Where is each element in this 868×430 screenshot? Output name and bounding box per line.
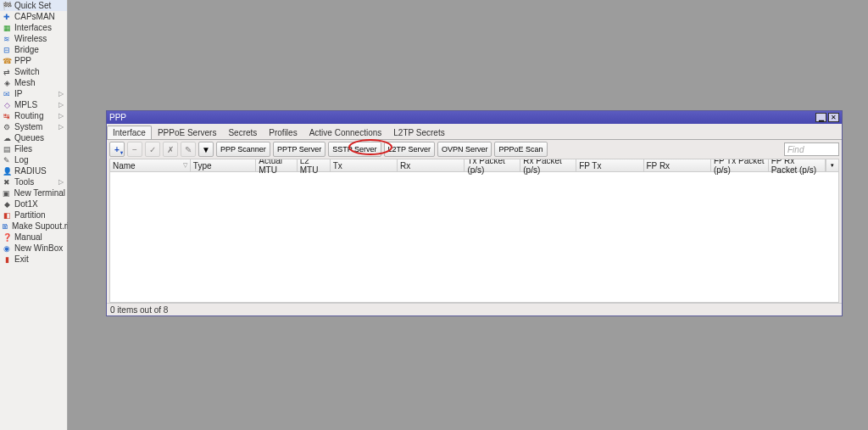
minus-icon: − (132, 145, 137, 154)
sidebar-item-switch[interactable]: ⇄Switch (0, 66, 67, 77)
sidebar-item-bridge[interactable]: ⊟Bridge (0, 44, 67, 55)
tab-pppoe-servers[interactable]: PPPoE Servers (152, 126, 222, 139)
sidebar-item-label: Tools (14, 177, 34, 187)
disable-button[interactable]: ✗ (163, 142, 178, 157)
sidebar-item-new-terminal[interactable]: ▣New Terminal (0, 187, 67, 198)
ovpn-server-button[interactable]: OVPN Server (437, 142, 492, 157)
column-actual-mtu[interactable]: Actual MTU (256, 159, 298, 171)
column-l2-mtu[interactable]: L2 MTU (298, 159, 331, 171)
sidebar-item-label: Exit (14, 254, 29, 264)
comment-button[interactable]: ✎ (181, 142, 196, 157)
ppp-scanner-button[interactable]: PPP Scanner (216, 142, 270, 157)
column-name[interactable]: Name▽ (110, 159, 191, 171)
column-fp-tx[interactable]: FP Tx (576, 159, 643, 171)
sidebar-item-interfaces[interactable]: ▦Interfaces (0, 22, 67, 33)
bridge-icon: ⊟ (2, 45, 12, 55)
files-icon: ▤ (2, 144, 12, 154)
routing-icon: ↹ (2, 111, 12, 121)
column-fp-rx[interactable]: FP Rx (644, 159, 711, 171)
column-fp-tx-packet-p-s-[interactable]: FP Tx Packet (p/s) (711, 159, 769, 171)
watermark-text: RouterOS WinBox (0, 297, 1, 379)
sidebar-item-label: Switch (14, 67, 39, 76)
plus-icon: + (114, 145, 120, 154)
sidebar-item-label: PPP (14, 56, 31, 65)
mesh-icon: ◈ (2, 78, 12, 88)
sidebar-item-system[interactable]: ⚙System▷ (0, 121, 67, 132)
dot1x-icon: ◆ (2, 199, 12, 209)
column-label: FP Rx (647, 161, 670, 170)
column-label: FP Tx (579, 161, 601, 170)
sidebar-item-mpls[interactable]: ◇MPLS▷ (0, 99, 67, 110)
sidebar-item-ppp[interactable]: ☎PPP (0, 55, 67, 66)
sidebar-item-capsman[interactable]: ✚CAPsMAN (0, 11, 67, 22)
sidebar-item-queues[interactable]: ☁Queues (0, 132, 67, 143)
sidebar-item-radius[interactable]: 👤RADIUS (0, 165, 67, 176)
tab-l2tp-secrets[interactable]: L2TP Secrets (387, 126, 450, 139)
tools-icon: ✖ (2, 177, 12, 187)
column-tx-packet-p-s-[interactable]: Tx Packet (p/s) (465, 159, 520, 171)
ip-icon: ✉ (2, 89, 12, 99)
columns-menu-button[interactable]: ▾ (826, 159, 838, 171)
sidebar-item-exit[interactable]: ▮Exit (0, 254, 67, 265)
column-rx-packet-p-s-[interactable]: Rx Packet (p/s) (520, 159, 576, 171)
column-label: Name (113, 161, 136, 170)
sidebar-item-new-winbox[interactable]: ◉New WinBox (0, 243, 67, 254)
window-minimize-icon[interactable]: ▁ (815, 113, 826, 122)
status-text: 0 items out of 8 (110, 305, 168, 315)
column-fp-rx-packet-p-s-[interactable]: FP Rx Packet (p/s) (769, 159, 826, 171)
sidebar-item-label: Queues (14, 133, 44, 142)
make-supout-rif-icon: 🗎 (2, 221, 9, 232)
sidebar-item-wireless[interactable]: ≋Wireless (0, 33, 67, 44)
chevron-right-icon: ▷ (58, 123, 65, 131)
sidebar-item-label: System (14, 122, 42, 131)
sidebar-item-manual[interactable]: ❓Manual (0, 232, 67, 243)
dropdown-icon: ▾ (120, 149, 123, 155)
find-input[interactable]: Find (784, 142, 839, 156)
window-titlebar[interactable]: PPP ▁ ✕ (107, 111, 842, 124)
pptp-server-button[interactable]: PPTP Server (273, 142, 326, 157)
tab-interface[interactable]: Interface (107, 126, 152, 139)
enable-button[interactable]: ✓ (145, 142, 160, 157)
sidebar-item-partition[interactable]: ◧Partition (0, 209, 67, 221)
add-button[interactable]: +▾ (109, 142, 125, 157)
sidebar-item-log[interactable]: ✎Log (0, 154, 67, 165)
column-type[interactable]: Type (191, 159, 256, 171)
remove-button[interactable]: − (127, 142, 142, 157)
window-close-icon[interactable]: ✕ (828, 113, 839, 122)
sidebar: 🏁Quick Set✚CAPsMAN▦Interfaces≋Wireless⊟B… (0, 0, 68, 430)
sidebar-item-label: Routing (14, 111, 43, 120)
sidebar-item-dot1x[interactable]: ◆Dot1X (0, 198, 67, 209)
pppoe-scan-button[interactable]: PPPoE Scan (494, 142, 547, 157)
interfaces-icon: ▦ (2, 23, 12, 33)
column-label: Rx Packet (p/s) (523, 159, 573, 175)
chevron-right-icon: ▷ (58, 101, 65, 109)
sidebar-item-ip[interactable]: ✉IP▷ (0, 88, 67, 99)
sidebar-item-label: Log (14, 155, 29, 165)
status-bar: 0 items out of 8 (107, 303, 842, 316)
sidebar-item-label: Partition (14, 210, 46, 220)
column-tx[interactable]: Tx (331, 159, 398, 171)
grid-header: Name▽TypeActual MTUL2 MTUTxRxTx Packet (… (110, 159, 838, 172)
tab-active-connections[interactable]: Active Connections (303, 126, 388, 139)
sidebar-item-label: Dot1X (14, 199, 38, 209)
sidebar-item-make-supout-rif[interactable]: 🗎Make Supout.rif (0, 221, 67, 232)
sidebar-item-files[interactable]: ▤Files (0, 143, 67, 154)
tab-secrets[interactable]: Secrets (222, 126, 263, 139)
tab-profiles[interactable]: Profiles (263, 126, 303, 139)
sidebar-item-mesh[interactable]: ◈Mesh (0, 77, 67, 88)
ppp-icon: ☎ (2, 56, 12, 66)
data-grid[interactable]: Name▽TypeActual MTUL2 MTUTxRxTx Packet (… (109, 159, 839, 303)
filter-button[interactable]: ▼ (198, 142, 214, 157)
toolbar: +▾ − ✓ ✗ ✎ ▼ PPP ScannerPPTP ServerSSTP … (107, 140, 842, 159)
sidebar-item-label: RADIUS (14, 166, 47, 176)
sidebar-item-tools[interactable]: ✖Tools▷ (0, 176, 67, 187)
sidebar-item-quick-set[interactable]: 🏁Quick Set (0, 0, 67, 11)
tab-bar: InterfacePPPoE ServersSecretsProfilesAct… (107, 124, 842, 140)
desktop-area: PPP ▁ ✕ InterfacePPPoE ServersSecretsPro… (68, 0, 868, 430)
mpls-icon: ◇ (2, 100, 12, 110)
sidebar-item-routing[interactable]: ↹Routing▷ (0, 110, 67, 121)
l2tp-server-button[interactable]: L2TP Server (384, 142, 435, 157)
column-rx[interactable]: Rx (398, 159, 465, 171)
x-icon: ✗ (167, 145, 174, 154)
sstp-server-button[interactable]: SSTP Server (328, 142, 381, 157)
